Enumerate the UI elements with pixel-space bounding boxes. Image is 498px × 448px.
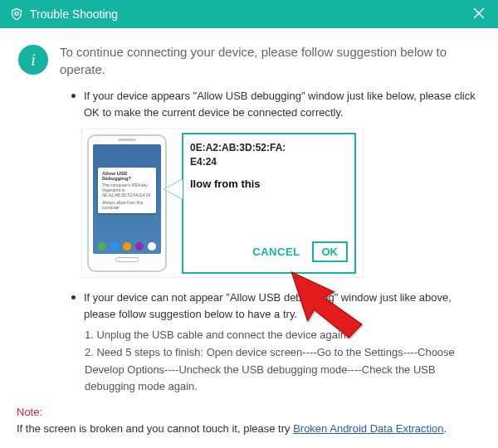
bullet-1-text: If your device appears "Allow USB debugg… (84, 88, 480, 120)
phone-dialog: Allow USB Debugging? The computer's RSA … (98, 168, 156, 213)
steps-list: 1. Unplug the USB cable and connect the … (85, 327, 480, 396)
bullet-2: If your device can not appear "Allow USB… (71, 290, 480, 322)
info-icon: i (18, 45, 48, 75)
broken-android-link[interactable]: Broken Android Data Extraction (293, 422, 443, 435)
note-label: Note: (17, 406, 42, 418)
allow-text: llow from this (190, 178, 348, 190)
speech-callout (164, 179, 183, 199)
bullet-2-text: If your device can not appear "Allow USB… (84, 290, 480, 322)
close-button[interactable] (470, 4, 488, 25)
step-1: 1. Unplug the USB cable and connect the … (85, 327, 480, 344)
title-bar: Trouble Shooting (0, 0, 498, 28)
mac-line-1: 0E:A2:AB:3D:52:FA: (190, 141, 348, 155)
bullet-1: If your device appears "Allow USB debugg… (71, 88, 480, 120)
note-text-before: If the screen is broken and you cannot t… (17, 422, 293, 435)
phone-mockup: Allow USB Debugging? The computer's RSA … (87, 134, 167, 272)
intro-text: To continue connecting your device, plea… (60, 43, 480, 78)
note-text-after: . (444, 422, 447, 435)
mac-line-2: E4:24 (190, 155, 348, 169)
phone-dialog-title: Allow USB Debugging? (102, 171, 152, 181)
bullet-dot (71, 94, 76, 98)
title-text: Trouble Shooting (30, 7, 118, 21)
usb-dialog-panel: 0E:A2:AB:3D:52:FA: E4:24 llow from this … (182, 133, 356, 274)
phone-dock (93, 239, 161, 254)
svg-point-0 (15, 12, 18, 15)
ok-button[interactable]: OK (312, 241, 349, 262)
close-icon (473, 7, 485, 19)
note-block: Note: If the screen is broken and you ca… (17, 404, 481, 436)
cancel-button[interactable]: CANCEL (252, 246, 300, 258)
content-area: i To continue connecting your device, pl… (0, 28, 498, 404)
shield-icon (10, 7, 23, 21)
illustration: Allow USB Debugging? The computer's RSA … (81, 129, 364, 278)
step-2: 2. Need 5 steps to finish: Open device s… (85, 344, 480, 396)
bullet-dot (71, 295, 76, 299)
phone-home-button (115, 257, 139, 262)
